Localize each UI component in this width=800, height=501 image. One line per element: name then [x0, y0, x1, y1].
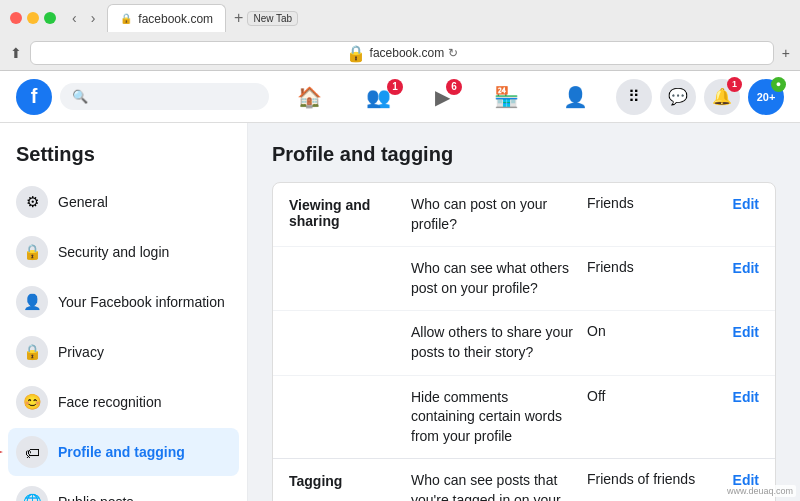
- sidebar-label-security: Security and login: [58, 244, 169, 260]
- browser-tab[interactable]: 🔒 facebook.com: [107, 4, 226, 32]
- messenger-button[interactable]: 💬: [660, 79, 696, 115]
- lock-icon: 🔒: [346, 44, 366, 63]
- messenger-icon: 💬: [668, 87, 688, 106]
- address-text: facebook.com: [370, 46, 445, 60]
- row-value-see-others: Friends: [587, 259, 717, 275]
- sidebar-item-fb-info[interactable]: 👤 Your Facebook information: [8, 278, 239, 326]
- nav-item-friends[interactable]: 👥 1: [346, 81, 411, 113]
- fb-info-icon: 👤: [16, 286, 48, 318]
- nav-item-marketplace[interactable]: 🏪: [474, 81, 539, 113]
- red-arrow-indicator: [0, 440, 3, 464]
- section-label-viewing: Viewing and sharing: [289, 195, 399, 229]
- sidebar-item-face-recognition[interactable]: 😊 Face recognition: [8, 378, 239, 426]
- row-desc-tagged-posts: Who can see posts that you're tagged in …: [411, 471, 575, 501]
- settings-row-who-post: Viewing and sharing Who can post on your…: [273, 183, 775, 247]
- row-action-hide-comments: Edit: [729, 388, 759, 406]
- minimize-dot[interactable]: [27, 12, 39, 24]
- edit-link-who-post[interactable]: Edit: [733, 196, 759, 212]
- marketplace-icon: 🏪: [494, 85, 519, 109]
- page-title: Profile and tagging: [272, 143, 776, 166]
- sidebar-label-general: General: [58, 194, 108, 210]
- search-box[interactable]: 🔍: [60, 83, 269, 110]
- row-value-hide-comments: Off: [587, 388, 717, 404]
- facebook-logo-text: f: [31, 85, 38, 108]
- share-button[interactable]: ⬆: [10, 45, 22, 61]
- address-bar[interactable]: 🔒 facebook.com ↻: [30, 41, 774, 65]
- sidebar-item-general[interactable]: ⚙ General: [8, 178, 239, 226]
- sidebar-item-profile-tagging[interactable]: 🏷 Profile and tagging: [8, 428, 239, 476]
- row-value-who-post: Friends: [587, 195, 717, 211]
- row-desc-see-others: Who can see what others post on your pro…: [411, 259, 575, 298]
- browser-toolbar: ⬆ 🔒 facebook.com ↻ +: [0, 36, 800, 70]
- browser-navigation: ‹ ›: [68, 8, 99, 28]
- viewing-sharing-section: Viewing and sharing Who can post on your…: [273, 183, 775, 459]
- new-tab-button[interactable]: +: [234, 9, 243, 27]
- edit-link-see-others[interactable]: Edit: [733, 260, 759, 276]
- settings-row-share-story: Allow others to share your posts to thei…: [273, 311, 775, 375]
- browser-chrome: ‹ › 🔒 facebook.com + New Tab ⬆ 🔒 faceboo…: [0, 0, 800, 71]
- nav-item-watch[interactable]: ▶ 6: [415, 81, 470, 113]
- row-action-see-others: Edit: [729, 259, 759, 277]
- notifications-badge: 1: [727, 77, 742, 92]
- settings-content: Profile and tagging Viewing and sharing …: [248, 123, 800, 501]
- account-badge: ●: [771, 77, 786, 92]
- fb-nav-center: 🏠 👥 1 ▶ 6 🏪 👤: [277, 81, 608, 113]
- edit-link-share-story[interactable]: Edit: [733, 324, 759, 340]
- sidebar-label-fb-info: Your Facebook information: [58, 294, 225, 310]
- section-label-empty-3: [289, 388, 399, 390]
- browser-tab-area: 🔒 facebook.com + New Tab: [107, 4, 790, 32]
- search-icon: 🔍: [72, 89, 88, 104]
- tagging-section: Tagging Who can see posts that you're ta…: [273, 459, 775, 501]
- svg-marker-0: [0, 442, 3, 462]
- account-button[interactable]: 20+ ●: [748, 79, 784, 115]
- settings-table: Viewing and sharing Who can post on your…: [272, 182, 776, 501]
- settings-sidebar: Settings ⚙ General 🔒 Security and login …: [0, 123, 248, 501]
- watch-badge: 6: [446, 79, 462, 95]
- new-tab-badge: New Tab: [247, 11, 298, 26]
- account-label: 20+: [757, 91, 776, 103]
- sidebar-label-public-posts: Public posts: [58, 494, 133, 501]
- sidebar-title: Settings: [8, 139, 239, 178]
- grid-icon: ⠿: [628, 87, 640, 106]
- browser-toolbar-actions: +: [782, 45, 790, 61]
- watermark: www.deuaq.com: [724, 485, 796, 497]
- browser-titlebar: ‹ › 🔒 facebook.com + New Tab: [0, 0, 800, 36]
- nav-item-groups[interactable]: 👤: [543, 81, 608, 113]
- home-icon: 🏠: [297, 85, 322, 109]
- row-value-share-story: On: [587, 323, 717, 339]
- row-value-tagged-posts: Friends of friends: [587, 471, 717, 487]
- fb-nav-right: ⠿ 💬 🔔 1 20+ ●: [616, 79, 784, 115]
- friends-badge: 1: [387, 79, 403, 95]
- forward-button[interactable]: ›: [87, 8, 100, 28]
- fb-main: Settings ⚙ General 🔒 Security and login …: [0, 123, 800, 501]
- sidebar-item-security[interactable]: 🔒 Security and login: [8, 228, 239, 276]
- maximize-dot[interactable]: [44, 12, 56, 24]
- notifications-button[interactable]: 🔔 1: [704, 79, 740, 115]
- settings-row-hide-comments: Hide comments containing certain words f…: [273, 376, 775, 459]
- add-tab-button[interactable]: +: [782, 45, 790, 61]
- privacy-icon: 🔒: [16, 336, 48, 368]
- settings-row-tagged-posts: Tagging Who can see posts that you're ta…: [273, 459, 775, 501]
- edit-link-hide-comments[interactable]: Edit: [733, 389, 759, 405]
- sidebar-item-public-posts[interactable]: 🌐 Public posts: [8, 478, 239, 501]
- section-label-empty-2: [289, 323, 399, 325]
- close-dot[interactable]: [10, 12, 22, 24]
- tab-site-icon: 🔒: [120, 13, 132, 24]
- settings-row-see-others: Who can see what others post on your pro…: [273, 247, 775, 311]
- row-desc-share-story: Allow others to share your posts to thei…: [411, 323, 575, 362]
- sidebar-item-privacy[interactable]: 🔒 Privacy: [8, 328, 239, 376]
- back-button[interactable]: ‹: [68, 8, 81, 28]
- facebook-navbar: f 🔍 🏠 👥 1 ▶ 6 🏪 👤 ⠿ 💬 🔔 1: [0, 71, 800, 123]
- tab-label: facebook.com: [138, 12, 213, 26]
- profile-tagging-icon: 🏷: [16, 436, 48, 468]
- nav-item-home[interactable]: 🏠: [277, 81, 342, 113]
- facebook-logo[interactable]: f: [16, 79, 52, 115]
- sidebar-label-face-recognition: Face recognition: [58, 394, 162, 410]
- apps-button[interactable]: ⠿: [616, 79, 652, 115]
- row-desc-who-post: Who can post on your profile?: [411, 195, 575, 234]
- browser-window-controls: [10, 12, 56, 24]
- refresh-icon[interactable]: ↻: [448, 46, 458, 60]
- row-action-share-story: Edit: [729, 323, 759, 341]
- row-desc-hide-comments: Hide comments containing certain words f…: [411, 388, 575, 447]
- section-label-empty-1: [289, 259, 399, 261]
